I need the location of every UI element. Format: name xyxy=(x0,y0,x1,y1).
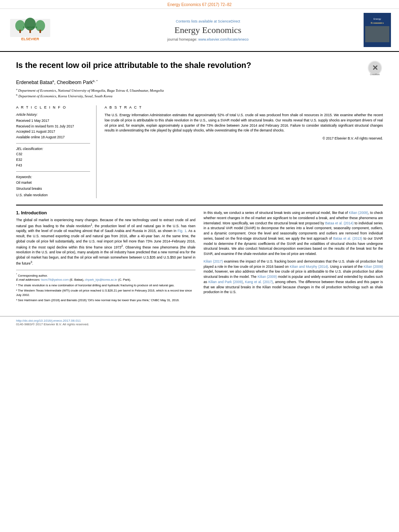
journal-header: ELSEVIER ELSEVIER Contents lists availab… xyxy=(0,9,399,52)
journal-title: Energy Economics xyxy=(52,25,364,35)
body-divider xyxy=(16,205,383,205)
bottom-bar: http://dx.doi.org/10.1016/j.eneco.2017.0… xyxy=(0,316,399,329)
footnote-2: ² The Western Texas Intermediate (WTI) c… xyxy=(16,289,195,297)
homepage-label: journal homepage: www.elsevier.com/locat… xyxy=(167,37,249,41)
svg-text:CrossMark: CrossMark xyxy=(370,73,380,76)
affil-b-text: Department of Economics, Korea Universit… xyxy=(19,94,113,98)
footnote-3: ³ See Hartmann and Sam (2016) and Barnat… xyxy=(16,298,195,303)
svg-point-3 xyxy=(15,20,25,31)
affil-a-sup: a xyxy=(16,88,17,91)
top-bar: Energy Economics 67 (2017) 72–82 xyxy=(0,0,399,9)
body-columns: 1. Introduction The global oil market is… xyxy=(16,210,383,304)
info-divider2 xyxy=(16,171,90,172)
received-date: Received 1 May 2017 xyxy=(16,118,90,124)
kilian-park2009-link[interactable]: Kilian and Park (2009) xyxy=(208,280,243,284)
jel-label: JEL classification: xyxy=(16,147,90,151)
copyright-notice: © 2017 Elsevier B.V. All rights reserved… xyxy=(105,136,383,140)
doi-link[interactable]: http://dx.doi.org/10.1016/j.eneco.2017.0… xyxy=(16,319,383,322)
elsevier-logo: ELSEVIER ELSEVIER xyxy=(8,17,52,43)
abstract-column: A B S T R A C T The U.S. Energy Informat… xyxy=(105,105,383,198)
body-right-column: In this study, we conduct a series of st… xyxy=(204,210,383,304)
issn-text: 0140-9883/© 2017 Elsevier B.V. All right… xyxy=(16,322,383,326)
cover-title: Economics xyxy=(371,21,384,25)
svg-rect-7 xyxy=(29,30,31,33)
keywords-label: Keywords: xyxy=(16,175,90,179)
svg-point-4 xyxy=(25,18,36,31)
history-label: Article history: xyxy=(16,113,90,117)
footnote-star: * Corresponding author. E-mail addresses… xyxy=(16,273,195,282)
journal-center: Contents lists available at ScienceDirec… xyxy=(52,19,364,41)
crossmark-icon: ✕ CrossMark xyxy=(367,60,383,76)
email1-link[interactable]: tsors79@yahoo.com xyxy=(41,278,69,281)
available-date: Available online 18 August 2017 xyxy=(16,135,90,140)
body-left-text: The global oil market is experiencing ma… xyxy=(16,218,195,266)
main-content: Is the recent low oil price attributable… xyxy=(0,52,399,312)
affiliation-b: b Department of Economics, Korea Univers… xyxy=(16,93,383,98)
body-left-column: 1. Introduction The global oil market is… xyxy=(16,210,195,304)
section1-title: 1. Introduction xyxy=(16,210,195,215)
fig1-link[interactable]: Fig. 1 xyxy=(177,229,186,233)
footnotes-area: * Corresponding author. E-mail addresses… xyxy=(16,270,195,303)
article-info-abstract-section: A R T I C L E I N F O Article history: R… xyxy=(16,105,383,198)
bataa2014-link[interactable]: Bataa et al. (2014) xyxy=(325,221,354,225)
author2-name: , Cheolbeom Park xyxy=(54,80,93,85)
journal-cover: Energy Economics xyxy=(364,13,391,47)
journal-citation-link[interactable]: Energy Economics 67 (2017) 72–82 xyxy=(167,2,232,7)
svg-text:✕: ✕ xyxy=(372,64,378,72)
article-info-heading: A R T I C L E I N F O xyxy=(16,105,90,109)
body-right-text: In this study, we conduct a series of st… xyxy=(204,210,383,295)
svg-point-5 xyxy=(35,20,45,31)
affil-a-text: Department of Economics, National Univer… xyxy=(18,88,164,92)
article-info-column: A R T I C L E I N F O Article history: R… xyxy=(16,105,97,198)
authors-line: Erdenebat Bataaa, Cheolbeom Parkb, * xyxy=(16,79,383,85)
cover-subtitle: Energy xyxy=(373,18,381,21)
footnote-1: ¹ The shale revolution is a new combinat… xyxy=(16,283,195,288)
affiliation-a: a Department of Economics, National Univ… xyxy=(16,88,383,92)
homepage-url[interactable]: www.elsevier.com/locate/eneco xyxy=(198,37,249,41)
email2-link[interactable]: chpark_kjs@korea.ac.kr xyxy=(85,278,117,281)
keywords-list: Oil marketStructural breaksU.S. shale re… xyxy=(16,180,90,198)
left-para1: The global oil market is experiencing ma… xyxy=(16,218,195,266)
accepted-date: Accepted 11 August 2017 xyxy=(16,129,90,135)
author2-sup: b, * xyxy=(93,79,98,83)
sciencedirect-notice: Contents lists available at ScienceDirec… xyxy=(52,19,364,23)
svg-rect-8 xyxy=(39,30,41,33)
kilian2017-link[interactable]: Kilian (2017) xyxy=(204,259,223,263)
abstract-text: The U.S. Energy Information Administrati… xyxy=(105,113,383,133)
article-title: Is the recent low oil price attributable… xyxy=(16,60,363,70)
info-divider1 xyxy=(16,143,90,144)
contents-text: Contents lists available at xyxy=(176,19,217,23)
journal-homepage: journal homepage: www.elsevier.com/locat… xyxy=(52,37,364,41)
abstract-heading: A B S T R A C T xyxy=(105,105,383,109)
kilian2009-link1[interactable]: Kilian (2009) xyxy=(349,211,368,215)
right-para1: In this study, we conduct a series of st… xyxy=(204,210,383,257)
kilian2009-link2[interactable]: Kilian (2009) xyxy=(364,265,383,269)
revised-date: Received in revised form 31 July 2017 xyxy=(16,124,90,129)
author1-name: Erdenebat Bataa xyxy=(16,80,52,85)
right-para2: Kilian (2017) examines the impact of the… xyxy=(204,259,383,295)
jel-codes: C32E32F43 xyxy=(16,152,90,168)
kilian2009-link3[interactable]: Kilian (2009) xyxy=(257,275,277,279)
kilian-murphy2014-link[interactable]: Kilian and Murphy (2014) xyxy=(290,265,328,269)
svg-text:ELSEVIER: ELSEVIER xyxy=(21,37,39,41)
sciencedirect-link[interactable]: ScienceDirect xyxy=(218,19,241,23)
affil-b-sup: b xyxy=(16,93,18,97)
kang2017-link[interactable]: Kang et al. (2017) xyxy=(245,280,273,284)
svg-rect-6 xyxy=(19,30,21,33)
article-title-row: Is the recent low oil price attributable… xyxy=(16,60,383,76)
bataa2013-link[interactable]: Bataa et al. (2013) xyxy=(333,236,362,240)
